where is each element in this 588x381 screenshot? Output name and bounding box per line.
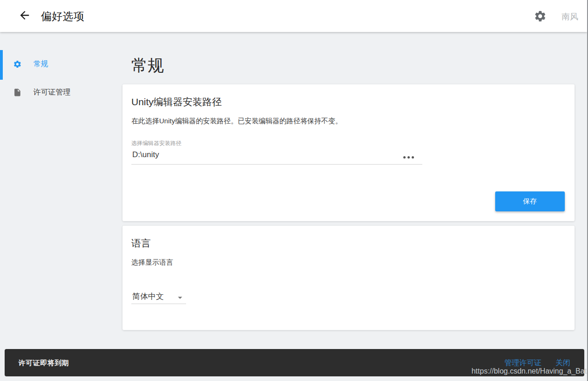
document-icon [13, 88, 22, 97]
watermark-url: https://blog.csdn.net/Having_a_Bath [472, 367, 588, 375]
sidebar-item-license-management[interactable]: 许可证管理 [0, 87, 116, 102]
header-bar: 偏好选项 南风 [0, 0, 587, 32]
path-field-underline [131, 164, 422, 165]
card-description: 在此选择Unity编辑器的安装路径。已安装编辑器的路径将保持不变。 [131, 117, 342, 126]
path-field-value[interactable]: D:\unity [132, 150, 159, 159]
manage-license-link[interactable]: 管理许可证 [504, 358, 542, 368]
section-heading: 常规 [131, 55, 164, 76]
arrow-back-icon [18, 9, 31, 24]
sidebar-item-label: 常规 [33, 59, 48, 69]
save-button[interactable]: 保存 [495, 191, 565, 211]
sidebar-item-general[interactable]: 常规 [0, 58, 116, 74]
ellipsis-icon [412, 156, 414, 159]
username-label[interactable]: 南风 [562, 11, 578, 22]
back-button[interactable] [18, 9, 32, 23]
settings-gear-icon[interactable] [534, 10, 547, 23]
page-title: 偏好选项 [41, 9, 84, 24]
close-notification-link[interactable]: 关闭 [556, 358, 570, 368]
license-expiry-message: 许可证即将到期 [19, 359, 69, 368]
language-select-value: 简体中文 [132, 291, 164, 302]
preferences-window: 偏好选项 南风 常规 许可证管理 常规 Unity编辑器安装路径 在此选择Uni… [0, 0, 588, 381]
card-title: 语言 [131, 237, 151, 250]
language-select-underline [131, 304, 186, 304]
chevron-down-icon [175, 292, 185, 303]
footer-links: 管理许可证 关闭 [504, 358, 570, 368]
language-card: 语言 选择显示语言 简体中文 [123, 226, 575, 330]
language-select[interactable]: 简体中文 [131, 290, 186, 305]
editor-path-card: Unity编辑器安装路径 在此选择Unity编辑器的安装路径。已安装编辑器的路径… [123, 84, 575, 221]
card-title: Unity编辑器安装路径 [131, 95, 222, 108]
browse-path-button[interactable] [399, 153, 418, 161]
card-description: 选择显示语言 [131, 258, 173, 267]
ellipsis-icon [403, 156, 406, 159]
sidebar-item-label: 许可证管理 [33, 88, 71, 97]
ellipsis-icon [407, 156, 410, 159]
gear-icon [13, 60, 22, 69]
path-field-label: 选择编辑器安装路径 [131, 140, 181, 147]
